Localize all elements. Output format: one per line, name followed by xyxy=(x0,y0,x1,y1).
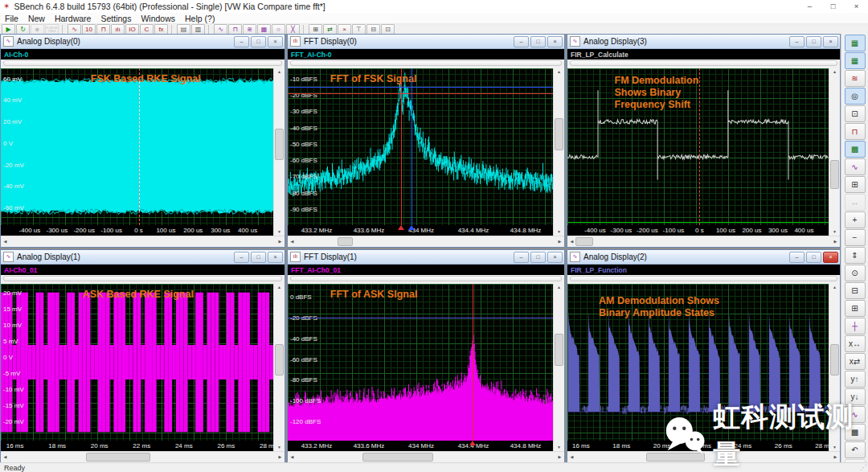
vertical-cursor[interactable] xyxy=(699,68,700,225)
minimize-button[interactable]: – xyxy=(798,0,821,13)
scroll-left-icon[interactable]: ◀ xyxy=(288,452,297,462)
panel-maximize-button[interactable]: □ xyxy=(251,252,266,263)
zoom-lens-button[interactable]: ◎ xyxy=(845,88,866,105)
horizontal-reference-line[interactable] xyxy=(288,87,553,88)
resize-grip[interactable]: ⋰ xyxy=(860,464,866,471)
center-view-button[interactable]: ⊙ xyxy=(845,265,866,281)
panel-close-button[interactable]: × xyxy=(268,36,283,47)
zoom-window-button[interactable]: ⊡ xyxy=(845,105,866,122)
v-scroll-thumb[interactable] xyxy=(830,344,839,376)
analog-display-3[interactable]: ∿ Analog Display(3) – □ × FIR_LP_Calcula… xyxy=(567,34,841,248)
panel-maximize-button[interactable]: □ xyxy=(806,36,821,47)
scroll-left-icon[interactable]: ◀ xyxy=(1,452,10,462)
scroll-down-icon[interactable]: ▼ xyxy=(274,228,285,236)
vertical-cursor[interactable] xyxy=(473,284,473,441)
plot-area[interactable]: 20 mV15 mV10 mV5 mV0 V-5 mV-10 mV-15 mV-… xyxy=(1,284,273,451)
vertical-scrollbar[interactable]: ▲ ▼ xyxy=(273,68,285,236)
scroll-down-icon[interactable]: ▼ xyxy=(554,228,564,236)
scroll-up-icon[interactable]: ▲ xyxy=(554,68,564,76)
scroll-right-icon[interactable]: ▶ xyxy=(831,236,840,247)
panel-maximize-button[interactable]: □ xyxy=(530,252,546,263)
raster-grid-button[interactable]: ▩ xyxy=(845,141,866,158)
plot-area[interactable]: FM DemodulationShows BinaryFrequency Shi… xyxy=(567,68,829,236)
panel-maximize-button[interactable]: □ xyxy=(530,36,546,47)
h-scroll-thumb[interactable] xyxy=(338,237,353,246)
vertical-scrollbar[interactable]: ▲ ▼ xyxy=(829,68,840,236)
interpolation-button[interactable]: ∿ xyxy=(845,406,866,423)
panel-titlebar[interactable]: ∿ Analog Display(0) – □ × xyxy=(1,35,285,49)
panel-minimize-button[interactable]: – xyxy=(234,252,249,263)
panel-titlebar[interactable]: ∿ Analog Display(3) – □ × xyxy=(567,35,840,49)
maximize-button[interactable]: □ xyxy=(821,0,845,13)
scroll-left-icon[interactable]: ◀ xyxy=(567,452,576,462)
step-display-button[interactable]: ⊓ xyxy=(845,123,866,140)
cursor-marker-icon[interactable] xyxy=(408,225,415,230)
vertical-scrollbar[interactable]: ▲ ▼ xyxy=(273,284,285,451)
scroll-right-icon[interactable]: ▶ xyxy=(276,452,285,462)
panel-minimize-button[interactable]: – xyxy=(234,36,249,47)
v-scroll-thumb[interactable] xyxy=(830,160,839,188)
scroll-up-icon[interactable]: ▲ xyxy=(829,68,840,76)
cursor-marker-icon[interactable] xyxy=(398,225,404,230)
h-scroll-thumb[interactable] xyxy=(362,453,433,462)
shift-y-down-button[interactable]: y↓ xyxy=(845,388,866,405)
channel-label[interactable]: FFT_AI-Ch0_01 xyxy=(288,265,564,275)
zoom-in-button[interactable]: + xyxy=(845,211,866,228)
close-button[interactable]: × xyxy=(845,0,868,13)
panel-titlebar[interactable]: ılı FFT Display(0) – □ × xyxy=(288,35,564,49)
position-slider[interactable] xyxy=(1,275,285,284)
channel-label[interactable]: FIR_LP_Calculate xyxy=(567,49,840,60)
scroll-left-icon[interactable]: ◀ xyxy=(288,236,297,247)
vertical-cursor[interactable] xyxy=(411,68,412,225)
fit-horizontal-button[interactable]: ↔ xyxy=(845,194,866,211)
fit-all-button[interactable]: ⇕ xyxy=(845,247,866,264)
plot-area[interactable]: AM Demodulation ShowsBinary Amplitude St… xyxy=(567,284,829,451)
panel-close-button[interactable]: × xyxy=(823,252,838,263)
vertical-scrollbar[interactable]: ▲ ▼ xyxy=(553,68,564,236)
scroll-down-icon[interactable]: ▼ xyxy=(829,228,840,236)
compress-x-button[interactable]: x↔ xyxy=(845,335,866,352)
h-scroll-thumb[interactable] xyxy=(575,237,593,246)
h-scroll-thumb[interactable] xyxy=(86,453,150,462)
scroll-up-icon[interactable]: ▲ xyxy=(274,68,285,76)
expand-x-button[interactable]: x⇄ xyxy=(845,353,866,370)
scroll-right-icon[interactable]: ▶ xyxy=(555,236,564,247)
scroll-left-icon[interactable]: ◀ xyxy=(1,236,10,247)
duplicate-display-button[interactable]: ⊞ xyxy=(845,176,866,193)
scroll-down-icon[interactable]: ▼ xyxy=(554,444,564,451)
vertical-scrollbar[interactable]: ▲ ▼ xyxy=(829,284,840,451)
scroll-right-icon[interactable]: ▶ xyxy=(555,452,564,462)
scroll-down-icon[interactable]: ▼ xyxy=(274,444,285,451)
grid-persistence-button[interactable]: ▦ xyxy=(845,52,866,69)
horizontal-scrollbar[interactable]: ◀ ▶ xyxy=(288,236,564,247)
cursor-readout-button[interactable]: ∿ xyxy=(845,158,866,175)
horizontal-scrollbar[interactable]: ◀ ▶ xyxy=(1,451,285,462)
shift-y-up-button[interactable]: y↑ xyxy=(845,371,866,388)
position-slider[interactable] xyxy=(567,275,840,284)
scroll-down-icon[interactable]: ▼ xyxy=(829,444,840,451)
position-slider[interactable] xyxy=(288,60,564,68)
panel-titlebar[interactable]: ∿ Analog Display(1) – □ × xyxy=(1,250,285,265)
analog-display-1[interactable]: ∿ Analog Display(1) – □ × AI-Ch0_01 20 m… xyxy=(0,249,285,463)
panel-maximize-button[interactable]: □ xyxy=(251,36,266,47)
menu-item-windows[interactable]: Windows xyxy=(136,14,180,23)
channel-label[interactable]: AI-Ch-0 xyxy=(1,49,285,60)
position-slider[interactable] xyxy=(567,60,840,68)
vertical-cursor[interactable] xyxy=(139,81,140,212)
menu-item-new[interactable]: New xyxy=(23,14,50,23)
v-scroll-thumb[interactable] xyxy=(555,334,563,365)
panel-close-button[interactable]: × xyxy=(268,252,283,263)
v-scroll-thumb[interactable] xyxy=(275,344,284,376)
cursor-marker-icon[interactable] xyxy=(469,441,476,445)
scroll-up-icon[interactable]: ▲ xyxy=(554,284,564,291)
analog-display-0[interactable]: ∿ Analog Display(0) – □ × AI-Ch-0 60 mV4… xyxy=(0,34,285,248)
dense-grid-button[interactable]: ▩ xyxy=(845,424,866,441)
plot-area[interactable]: -10 dBFS-20 dBFS-30 dBFS-40 dBFS-50 dBFS… xyxy=(288,68,553,236)
grid-display-button[interactable]: ▦ xyxy=(845,35,866,51)
scroll-up-icon[interactable]: ▲ xyxy=(274,284,285,291)
menu-item-file[interactable]: File xyxy=(0,14,23,23)
v-scroll-thumb[interactable] xyxy=(555,118,563,150)
align-vertical-button[interactable]: ⊞ xyxy=(845,300,866,317)
panel-close-button[interactable]: × xyxy=(547,36,563,47)
plot-area[interactable]: 60 mV40 mV20 mV0 V-20 mV-40 mV-60 mV FSK… xyxy=(1,68,273,236)
